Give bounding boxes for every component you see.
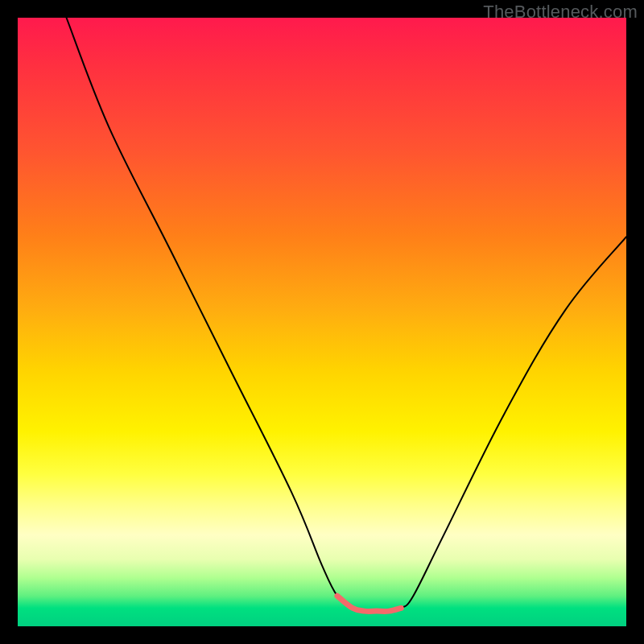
chart-svg	[18, 18, 626, 626]
highlight-valley	[337, 596, 401, 611]
watermark-text: TheBottleneck.com	[483, 2, 638, 23]
chart-frame: TheBottleneck.com	[0, 0, 644, 644]
plot-area	[18, 18, 626, 626]
bottleneck-curve	[67, 18, 627, 611]
